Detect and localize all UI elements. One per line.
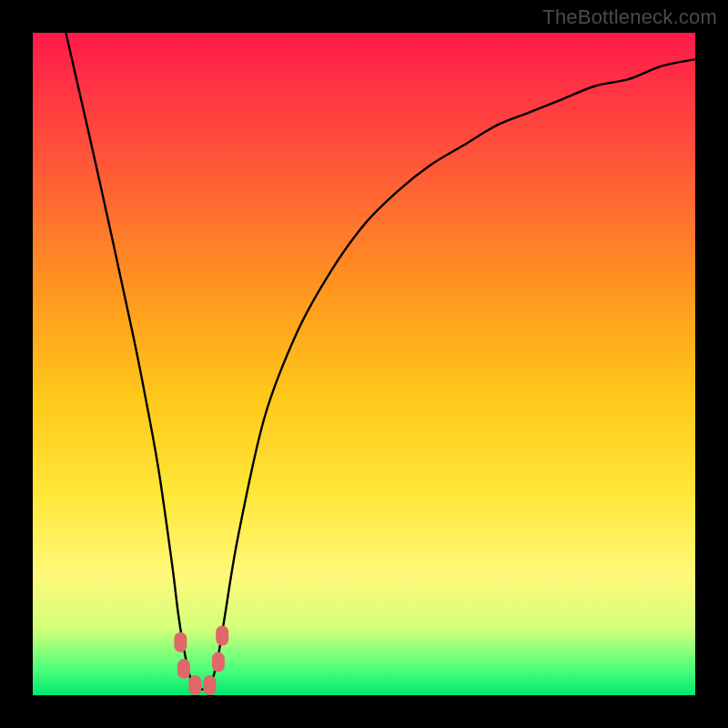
chart-frame: TheBottleneck.com bbox=[0, 0, 728, 728]
watermark-text: TheBottleneck.com bbox=[542, 5, 717, 29]
gradient-background bbox=[33, 33, 695, 695]
svg-rect-0 bbox=[33, 33, 695, 695]
plot-area bbox=[33, 33, 695, 695]
